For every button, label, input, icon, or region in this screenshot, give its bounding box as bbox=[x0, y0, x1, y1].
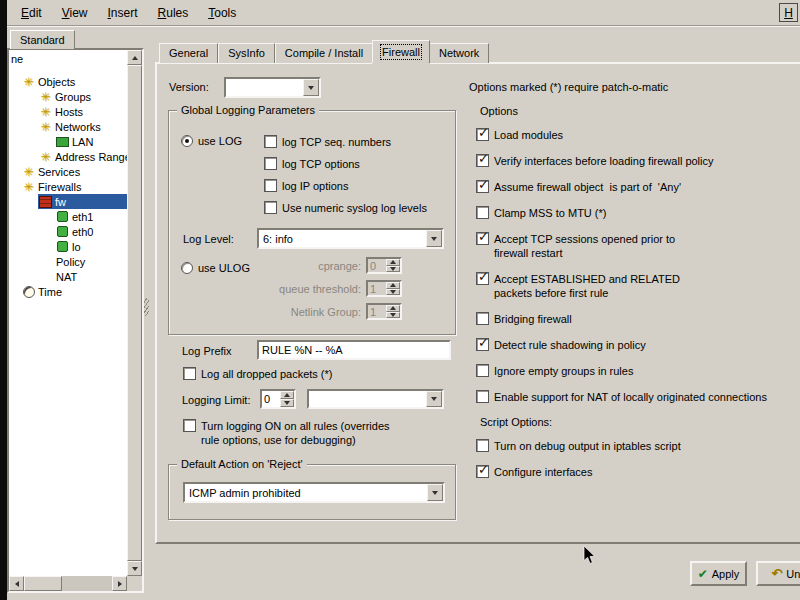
menu-item[interactable]: View bbox=[52, 2, 98, 24]
option-checkbox[interactable]: Assume firewall object is part of 'Any' bbox=[476, 180, 800, 194]
tree-item[interactable]: Policy bbox=[9, 254, 127, 269]
tree-item[interactable]: Address Range bbox=[9, 149, 127, 164]
scroll-left-button[interactable] bbox=[9, 576, 24, 591]
checkbox-label: Assume firewall object is part of 'Any' bbox=[494, 180, 681, 194]
undo-button[interactable]: Undo bbox=[756, 561, 800, 586]
tree-item[interactable]: Groups bbox=[9, 89, 127, 104]
spin-up-button[interactable] bbox=[280, 391, 294, 399]
tree-item[interactable]: Objects bbox=[9, 74, 127, 89]
checkbox-box bbox=[476, 206, 489, 219]
dropdown-arrow-icon[interactable] bbox=[303, 79, 319, 96]
checkbox-label: Verify interfaces before loading firewal… bbox=[494, 154, 714, 168]
menu-item[interactable]: Edit bbox=[11, 2, 52, 24]
log-dropped-checkbox[interactable]: Log all dropped packets (*) bbox=[183, 367, 332, 381]
menu-item[interactable]: Tools bbox=[198, 2, 246, 24]
version-select[interactable] bbox=[224, 77, 321, 98]
down-arrow-icon bbox=[431, 397, 437, 401]
logging-limit-spinbox[interactable]: 0 bbox=[260, 389, 296, 409]
tab[interactable]: Firewall bbox=[372, 40, 430, 63]
tree-item-icon bbox=[56, 241, 69, 253]
default-action-select[interactable]: ICMP admin prohibited bbox=[183, 482, 445, 503]
default-action-group: Default Action on 'Reject' ICMP admin pr… bbox=[168, 464, 456, 520]
checkbox-box bbox=[476, 364, 489, 377]
tab-label: General bbox=[169, 47, 208, 59]
tree-item-body: Address Range bbox=[38, 149, 127, 164]
script-option-checkbox[interactable]: Configure interfaces bbox=[476, 465, 800, 479]
tree-item[interactable]: Hosts bbox=[9, 104, 127, 119]
log-prefix-label: Log Prefix bbox=[182, 345, 232, 357]
logging-flag-checkbox[interactable]: log TCP seq. numbers bbox=[264, 135, 427, 149]
tree-item[interactable]: Firewalls bbox=[9, 179, 127, 194]
use-ulog-radio[interactable]: use ULOG bbox=[181, 262, 250, 274]
vertical-scrollbar-thumb[interactable] bbox=[127, 65, 142, 561]
menubar: Edit View Insert Rules Tools H bbox=[7, 0, 800, 26]
library-tab-standard[interactable]: Standard bbox=[10, 30, 75, 49]
menu-item[interactable]: Insert bbox=[98, 2, 148, 24]
tree-item-label: NAT bbox=[56, 271, 77, 283]
spin-down-button bbox=[386, 266, 400, 273]
tree-item-icon bbox=[39, 121, 52, 133]
tree-item-label: Time bbox=[38, 286, 62, 298]
use-log-radio[interactable]: use LOG bbox=[181, 135, 242, 147]
scroll-right-button[interactable] bbox=[112, 576, 127, 591]
option-checkbox[interactable]: Load modules bbox=[476, 128, 800, 142]
tree-item[interactable]: eth0 bbox=[9, 224, 127, 239]
option-checkbox[interactable]: Bridging firewall bbox=[476, 312, 800, 326]
help-menu-clipped[interactable]: H bbox=[779, 3, 798, 22]
log-level-select[interactable]: 6: info bbox=[257, 228, 444, 249]
option-checkbox[interactable]: Enable support for NAT of locally origin… bbox=[476, 390, 800, 404]
tree-item[interactable]: LAN bbox=[9, 134, 127, 149]
tree-horizontal-scrollbar[interactable] bbox=[9, 576, 127, 591]
option-checkbox[interactable]: Clamp MSS to MTU (*) bbox=[476, 206, 800, 220]
log-prefix-input[interactable] bbox=[257, 340, 451, 360]
dropdown-arrow-icon[interactable] bbox=[426, 230, 442, 247]
option-checkbox[interactable]: Ignore empty groups in rules bbox=[476, 364, 800, 378]
option-checkbox[interactable]: Accept ESTABLISHED and RELATED packets b… bbox=[476, 272, 800, 300]
dropdown-arrow-icon[interactable] bbox=[426, 391, 442, 407]
spin-down-button[interactable] bbox=[280, 399, 294, 407]
checkbox-box bbox=[264, 179, 277, 192]
tab[interactable]: Compile / Install bbox=[275, 43, 373, 63]
tab[interactable]: SysInfo bbox=[218, 43, 275, 63]
script-option-checkbox[interactable]: Turn on debug output in iptables script bbox=[476, 439, 800, 453]
checkbox-label: Detect rule shadowing in policy bbox=[494, 338, 646, 352]
panel-splitter-handle[interactable] bbox=[144, 298, 149, 316]
ulog-field-row: Netlink Group: 1 bbox=[259, 303, 402, 320]
tree-item[interactable]: lo bbox=[9, 239, 127, 254]
horizontal-scrollbar-thumb[interactable] bbox=[24, 576, 62, 591]
tab[interactable]: General bbox=[159, 43, 218, 63]
up-arrow-icon bbox=[132, 56, 138, 60]
spin-down-button bbox=[386, 289, 400, 296]
tab-label: SysInfo bbox=[228, 47, 265, 59]
scroll-down-button[interactable] bbox=[127, 561, 142, 576]
tree-item-body: fw bbox=[38, 194, 127, 209]
logging-flag-checkbox[interactable]: log IP options bbox=[264, 179, 427, 193]
checkbox-label: Turn on debug output in iptables script bbox=[494, 439, 681, 453]
log-flag-checkboxes: log TCP seq. numbers log TCP options log… bbox=[264, 135, 427, 223]
turn-logging-checkbox[interactable]: Turn logging ON on all rules (overrides … bbox=[183, 419, 448, 447]
dropdown-arrow-icon[interactable] bbox=[427, 484, 443, 501]
tree-item[interactable]: Networks bbox=[9, 119, 127, 134]
logging-flag-checkbox[interactable]: Use numeric syslog log levels bbox=[264, 201, 427, 215]
tree-item[interactable]: Services bbox=[9, 164, 127, 179]
tab[interactable]: Network bbox=[429, 43, 489, 63]
tree-vertical-scrollbar[interactable] bbox=[127, 50, 142, 576]
tree-item[interactable]: eth1 bbox=[9, 209, 127, 224]
tree-item[interactable]: NAT bbox=[9, 269, 127, 284]
screen-edge-strip bbox=[0, 0, 7, 600]
spinbox-value: 0 bbox=[368, 259, 386, 272]
menu-item[interactable]: Rules bbox=[148, 2, 199, 24]
tree-item-label: Groups bbox=[55, 91, 91, 103]
option-checkbox[interactable]: Accept TCP sessions opened prior to fire… bbox=[476, 232, 800, 260]
scroll-up-button[interactable] bbox=[127, 50, 142, 65]
apply-button[interactable]: Apply bbox=[690, 561, 747, 586]
option-checkbox[interactable]: Verify interfaces before loading firewal… bbox=[476, 154, 800, 168]
logging-limit-select[interactable] bbox=[307, 389, 444, 409]
tree-item[interactable]: fw bbox=[9, 194, 127, 209]
logging-flag-checkbox[interactable]: log TCP options bbox=[264, 157, 427, 171]
spinbox-value: 1 bbox=[368, 282, 386, 295]
tree-item[interactable]: Time bbox=[9, 284, 127, 299]
option-checkbox[interactable]: Detect rule shadowing in policy bbox=[476, 338, 800, 352]
tree-item-body: LAN bbox=[55, 134, 127, 149]
menu-item-label: View bbox=[62, 6, 88, 20]
